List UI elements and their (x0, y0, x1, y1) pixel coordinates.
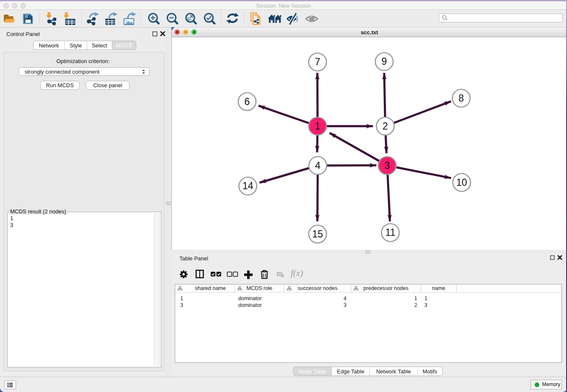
svg-text:14: 14 (242, 180, 253, 191)
svg-text:7: 7 (315, 56, 320, 67)
svg-text:4: 4 (315, 160, 321, 171)
svg-text:15: 15 (312, 229, 323, 240)
svg-text:1: 1 (315, 121, 320, 132)
svg-text:9: 9 (382, 56, 387, 67)
svg-text:11: 11 (385, 227, 396, 238)
svg-text:2: 2 (383, 121, 388, 132)
svg-text:6: 6 (245, 96, 250, 107)
svg-text:3: 3 (385, 160, 390, 171)
svg-text:10: 10 (456, 177, 467, 188)
svg-text:8: 8 (459, 93, 464, 104)
